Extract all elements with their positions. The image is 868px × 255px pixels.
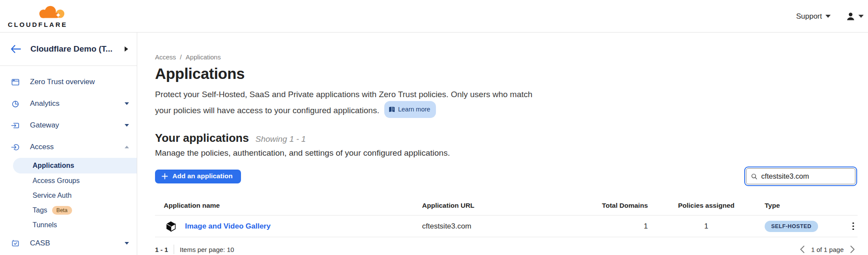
sidebar-item-applications[interactable]: Applications (13, 158, 137, 173)
topbar: CLOUDFLARE Support (0, 0, 868, 33)
user-avatar-icon (845, 11, 856, 22)
previous-page-button[interactable] (800, 245, 805, 253)
cloudflare-logo: CLOUDFLARE (8, 3, 69, 29)
gateway-icon (11, 121, 20, 130)
page-description: Protect your Self-Hosted, SaaS and Priva… (155, 88, 546, 118)
chevron-left-icon (800, 245, 805, 253)
sidebar-item-access[interactable]: Access (0, 136, 137, 158)
user-menu[interactable] (845, 11, 864, 22)
breadcrumb: Access / Applications (155, 53, 858, 61)
application-cube-icon (165, 220, 177, 232)
page-title: Applications (155, 65, 858, 82)
search-input[interactable] (761, 172, 851, 180)
book-icon (389, 106, 395, 112)
sidebar-item-analytics[interactable]: Analytics (0, 93, 137, 114)
sidebar-item-access-groups[interactable]: Access Groups (0, 173, 137, 188)
learn-more-button[interactable]: Learn more (384, 101, 436, 118)
section-heading: Your applications (155, 131, 249, 145)
applications-table: Application name Application URL Total D… (155, 202, 858, 254)
table-row: Image and Video Gallery cftestsite3.com … (155, 216, 858, 237)
account-name: Cloudflare Demo (T... (30, 44, 115, 54)
access-submenu: Applications Access Groups Service Auth … (0, 158, 137, 232)
overview-icon (11, 78, 20, 87)
plus-icon (162, 173, 168, 180)
access-icon (11, 143, 20, 152)
beta-badge: Beta (52, 206, 72, 215)
sidebar-nav: Zero Trust overview Analytics Gateway (0, 66, 137, 254)
application-url: cftestsite3.com (422, 222, 591, 231)
table-header: Application name Application URL Total D… (155, 202, 858, 216)
breadcrumb-access[interactable]: Access (155, 53, 176, 61)
support-menu[interactable]: Support (796, 12, 831, 21)
item-range: 1 - 1 (155, 246, 168, 253)
chevron-down-icon (125, 102, 129, 105)
analytics-icon (11, 99, 20, 108)
main-content: Access / Applications Applications Prote… (137, 33, 868, 255)
sidebar-item-casb[interactable]: CASB (0, 232, 137, 254)
cloudflare-wordmark: CLOUDFLARE (8, 21, 67, 28)
sidebar-item-tags[interactable]: Tags Beta (0, 203, 137, 218)
footer-divider (174, 245, 174, 254)
policies-assigned-value: 1 (648, 222, 765, 231)
sidebar-item-zero-trust-overview[interactable]: Zero Trust overview (0, 71, 137, 93)
section-description: Manage the policies, authentication, and… (155, 148, 858, 158)
row-actions-menu[interactable] (849, 221, 858, 232)
add-application-button[interactable]: Add an application (155, 170, 241, 183)
page-indicator: 1 of 1 page (811, 246, 844, 253)
sidebar-item-tunnels[interactable]: Tunnels (0, 218, 137, 232)
sidebar-item-service-auth[interactable]: Service Auth (0, 188, 137, 203)
zero-trust-dashboard: CLOUDFLARE Support Cloudflare Demo (T... (0, 0, 868, 255)
breadcrumb-current: Applications (186, 53, 221, 61)
application-name-link[interactable]: Image and Video Gallery (185, 222, 271, 231)
showing-count: Showing 1 - 1 (255, 134, 306, 144)
application-search (746, 168, 855, 184)
chevron-down-icon (125, 124, 129, 127)
back-arrow-icon[interactable] (10, 45, 21, 53)
search-icon (751, 173, 758, 180)
type-badge: SELF-HOSTED (765, 221, 818, 232)
chevron-right-icon (125, 46, 128, 52)
breadcrumb-separator: / (180, 53, 182, 61)
chevron-down-icon (858, 15, 864, 18)
account-selector[interactable]: Cloudflare Demo (T... (0, 33, 137, 66)
total-domains-value: 1 (591, 222, 648, 231)
chevron-up-icon (125, 146, 129, 148)
chevron-right-icon (850, 245, 855, 253)
sidebar: Cloudflare Demo (T... Zero Trust overvie… (0, 33, 137, 255)
chevron-down-icon (825, 15, 831, 18)
cloudflare-cloud-icon (35, 4, 69, 20)
casb-icon (11, 239, 20, 248)
support-label: Support (796, 12, 822, 21)
items-per-page: Items per page: 10 (180, 246, 234, 253)
sidebar-item-gateway[interactable]: Gateway (0, 114, 137, 136)
table-footer: 1 - 1 Items per page: 10 1 of 1 page (155, 237, 858, 254)
next-page-button[interactable] (850, 245, 855, 253)
chevron-down-icon (125, 242, 129, 245)
